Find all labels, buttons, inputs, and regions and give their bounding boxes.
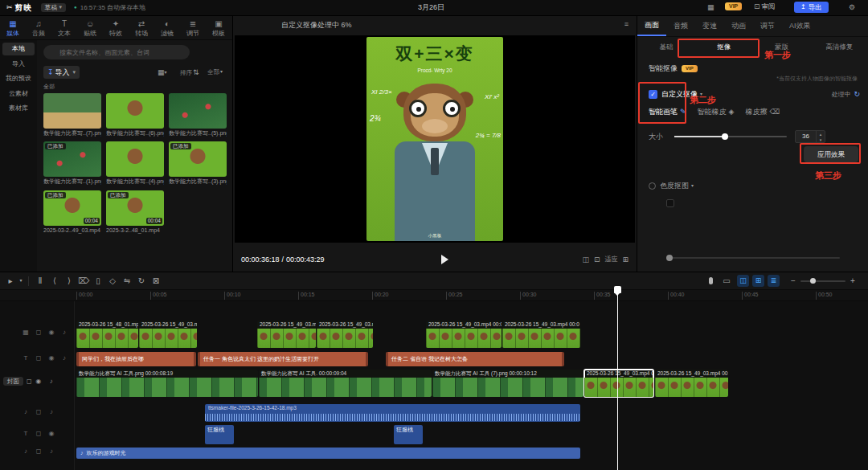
media-item[interactable]: 已添加00:042025-03-2..49_03.mp4: [43, 190, 101, 234]
play-button[interactable]: [441, 255, 448, 264]
trim-right-tool[interactable]: ⟩: [62, 276, 76, 286]
track-lock-icon[interactable]: ◻: [27, 378, 32, 386]
size-value-stepper[interactable]: 36 ▴ ▾: [795, 130, 825, 143]
tab-sticker[interactable]: ☺贴纸: [77, 18, 103, 38]
main-video-clip[interactable]: 数学能力比赛写 AI 工具.png 00:00:08:19: [76, 370, 258, 397]
playhead-handle[interactable]: [614, 286, 621, 293]
vip-badge[interactable]: VIP: [725, 2, 742, 10]
smart-eraser-tool[interactable]: 智能橡皮◈: [698, 108, 735, 116]
main-video-clip-selected[interactable]: 2025-03-26 15_49_03.mp4 00:0: [584, 370, 653, 397]
track-mute-icon[interactable]: ♪: [58, 329, 71, 337]
select-tool-caret-icon[interactable]: ▾: [18, 278, 24, 284]
media-item[interactable]: 数学能力比赛写..(6).png: [106, 93, 164, 137]
sort-button[interactable]: 排序⇅: [180, 68, 199, 77]
fit-label[interactable]: 适应: [604, 255, 617, 264]
freeze-tool[interactable]: ▯: [91, 276, 105, 286]
track-mute-icon[interactable]: ♪: [58, 354, 71, 362]
link-toggle-icon[interactable]: ⊞: [752, 275, 764, 287]
tab-text[interactable]: T文本: [51, 18, 77, 38]
media-item[interactable]: 已添加00:042025-3-2..48_01.mp4: [106, 190, 164, 234]
subtab-cutout[interactable]: 抠像: [695, 39, 753, 55]
small-text-clip[interactable]: 狂服桃: [205, 425, 234, 444]
tab-filters[interactable]: ◐滤镜: [154, 18, 180, 38]
timeline-ruler[interactable]: 00:00 00:05 00:10 00:15 00:20 00:25 00:3…: [0, 290, 868, 301]
tab-effects[interactable]: ✦特效: [103, 18, 129, 38]
video-clip[interactable]: 2025-03-26 15_49_03.mp4 00:0: [426, 321, 502, 348]
draft-menu[interactable]: 草稿 ▾: [41, 3, 67, 13]
tab-media[interactable]: ▦媒体: [0, 18, 26, 38]
track-visibility-icon[interactable]: ◉: [45, 329, 58, 337]
captions-icon[interactable]: ▭: [719, 276, 734, 286]
text-clip[interactable]: 任务一 角色说真太们 这里的奶汁生活需要打开: [198, 352, 368, 366]
text-clip[interactable]: 任务二 省自语 我记在树大怎备: [386, 352, 564, 366]
tab-animation[interactable]: 动画: [724, 17, 753, 35]
video-clip[interactable]: 2025-03-26 15_49_03.mp4 00:0 20: [502, 321, 580, 348]
tab-picture[interactable]: 画面: [637, 16, 666, 36]
trim-left-tool[interactable]: ⟨: [47, 276, 62, 286]
track-mute-icon[interactable]: ♪: [45, 408, 58, 416]
snap-toggle-icon[interactable]: ◫: [737, 275, 749, 287]
timeline-zoom-slider[interactable]: [800, 280, 845, 282]
split-view-icon[interactable]: ◫: [582, 255, 589, 264]
refresh-icon[interactable]: ↻: [854, 90, 860, 99]
tab-transitions[interactable]: ⇄转场: [129, 18, 154, 38]
small-text-clip[interactable]: 狂服桃: [394, 425, 423, 444]
checkbox-checked-icon[interactable]: ✓: [649, 90, 657, 99]
media-item[interactable]: 数学能力比赛写..(7).png: [43, 93, 101, 137]
playhead[interactable]: [617, 290, 618, 470]
stepper-up-icon[interactable]: ▴: [817, 131, 825, 137]
track-mute-icon[interactable]: ♪: [45, 448, 58, 456]
video-clip[interactable]: 2025-03-26 15_49_03.mp4 00:: [317, 321, 373, 348]
fullscreen-icon[interactable]: ⊞: [622, 255, 628, 264]
tab-audio-props[interactable]: 音频: [666, 17, 695, 35]
view-mode-button[interactable]: ▦▾: [158, 68, 167, 77]
eraser-tool[interactable]: 橡皮擦⌫: [745, 108, 780, 116]
settings-gear-icon[interactable]: ⚙: [849, 3, 855, 12]
track-lock-icon[interactable]: ◻: [32, 430, 45, 438]
rotate-tool[interactable]: ↻: [134, 276, 149, 286]
chroma-key-row[interactable]: 色度抠图 ▾: [649, 182, 694, 190]
video-clip[interactable]: 2025-03-26 15_49_03.mp4 00:0: [139, 321, 197, 348]
tab-speed[interactable]: 变速: [695, 17, 724, 35]
main-video-clip[interactable]: 数学能力比赛写 AI 工具. 00:00:09:04: [259, 370, 432, 397]
mirror-tool[interactable]: ⇋: [120, 276, 134, 286]
select-tool[interactable]: ▸: [3, 276, 18, 286]
stepper-down-icon[interactable]: ▾: [817, 137, 825, 142]
fit-icon[interactable]: ⊡: [594, 255, 600, 264]
track-lock-icon[interactable]: ◻: [32, 329, 45, 337]
cover-button[interactable]: 封面: [3, 377, 23, 386]
track-visibility-icon[interactable]: ◉: [32, 378, 45, 386]
sidebar-item-presets[interactable]: 我的预设: [2, 72, 35, 85]
music-clip[interactable]: ♪ 欢乐的游戏时光: [76, 448, 580, 459]
mask-tool[interactable]: ◇: [105, 276, 120, 286]
track-visibility-icon[interactable]: ◉: [45, 430, 58, 438]
chroma-slider-1[interactable]: [666, 257, 840, 259]
sidebar-item-library[interactable]: 素材库: [2, 102, 35, 115]
color-swatch[interactable]: [666, 199, 674, 207]
sidebar-item-import[interactable]: 导入: [2, 58, 35, 71]
filter-button[interactable]: 全部▾: [207, 68, 223, 76]
media-item[interactable]: 已添加数学能力比赛写..(1).png: [43, 141, 101, 185]
main-video-clip[interactable]: 2025-03-26 15_49_03.mp4 00:0: [655, 370, 728, 397]
track-lock-icon[interactable]: ◻: [32, 408, 45, 416]
preview-viewport[interactable]: 双+三×变 Procd- Wrty 20 XI 2/3× 2¾ XI′ x² 2…: [235, 35, 635, 243]
record-mic-icon[interactable]: [709, 277, 713, 284]
review-button[interactable]: ⊡ 审阅: [754, 2, 776, 11]
media-item[interactable]: 数学能力比赛写..(4).png: [106, 141, 164, 185]
media-item[interactable]: 数学能力比赛写..(5).png: [169, 93, 227, 137]
zoom-out-icon[interactable]: −: [786, 276, 800, 286]
track-visibility-icon[interactable]: ◉: [45, 354, 58, 362]
tab-adjust-props[interactable]: 调节: [753, 17, 782, 35]
smart-brush-tool[interactable]: 智能画笔✎: [649, 108, 686, 116]
search-input[interactable]: [43, 45, 190, 59]
tab-templates[interactable]: ▣模板: [206, 18, 231, 38]
preview-axis-toggle-icon[interactable]: ≣: [768, 275, 780, 287]
track-lock-icon[interactable]: ◻: [32, 354, 45, 362]
crop-tool[interactable]: ⊠: [149, 276, 163, 286]
main-video-clip[interactable]: 数学能力比赛写 AI 工具 (7).png 00:00:10:12: [432, 370, 583, 397]
track-mute-icon[interactable]: ♪: [45, 378, 58, 386]
tab-audio[interactable]: ♫音频: [26, 18, 51, 38]
size-slider[interactable]: [674, 136, 787, 137]
tab-adjust[interactable]: ≣调节: [180, 18, 206, 38]
radio-unchecked-icon[interactable]: [649, 182, 656, 190]
